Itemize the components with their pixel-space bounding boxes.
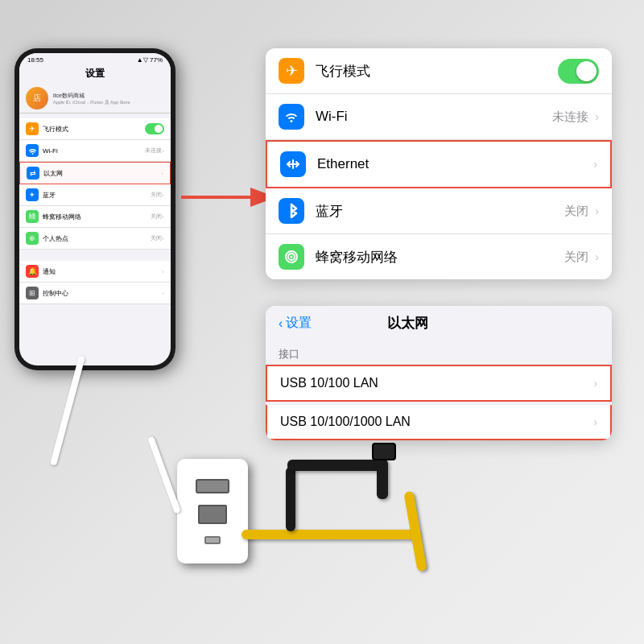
settings-row-wifi[interactable]: Wi-Fi 未连接 › [266,94,612,140]
hotspot-value-phone: 关闭 [151,234,162,242]
phone-row-control[interactable]: ⊞ 控制中心 › [19,283,171,304]
cellular-icon-phone: 蜂 [26,210,39,223]
usb-cable-black-h [287,460,384,471]
phone-row-flight[interactable]: ✈ 飞行模式 [19,118,171,140]
settings-row-flight[interactable]: ✈ 飞行模式 [266,48,612,94]
wifi-label-large: Wi-Fi [316,109,552,125]
back-chevron: ‹ [279,316,283,331]
phone-signal: ▲▽ 77% [137,56,163,64]
wifi-icon [26,144,39,157]
ethernet-icon-large [280,151,306,177]
cellular-icon-large [279,244,304,270]
usb-cable-black-v2 [377,459,388,499]
phone-row-ethernet[interactable]: ⇄ 以太网 › [19,162,171,184]
bluetooth-chevron-large: › [595,204,599,217]
ethernet-panel-title: 以太网 [312,314,503,332]
bluetooth-label-phone: 蓝牙 [43,191,151,200]
phone-section-2: 🔔 通知 › ⊞ 控制中心 › [19,261,171,304]
ethernet-cable-yellow [242,530,419,539]
wifi-value: 未连接 [145,147,162,155]
cellular-chevron-large: › [595,250,599,263]
wifi-value-large: 未连接 [552,109,588,125]
usb100-label: USB 10/100 LAN [280,376,593,390]
ethernet-header: ‹ 设置 以太网 [266,306,612,341]
control-center-label-phone: 控制中心 [43,289,162,298]
phone-screen: 18:55 ▲▽ 77% 设置 店 itce数码商城 Apple ID, iCl… [19,53,171,365]
phone-settings-title: 设置 [19,65,171,84]
notifications-icon-phone: 🔔 [26,265,39,278]
phone-row-wifi[interactable]: Wi-Fi 未连接 › [19,140,171,162]
phone-mockup: 18:55 ▲▽ 77% 设置 店 itce数码商城 Apple ID, iCl… [14,48,175,370]
profile-sub: Apple ID, iCloud，iTunes 及 App Store [53,100,130,105]
flight-mode-label: 飞行模式 [43,125,145,134]
bluetooth-icon-phone: ✦ [26,188,39,201]
control-center-icon-phone: ⊞ [26,287,39,299]
cellular-value-large: 关闭 [564,250,588,265]
ethernet-label-large: Ethernet [317,156,593,172]
flight-mode-icon: ✈ [26,122,39,135]
hotspot-icon-phone: ⊕ [26,232,39,245]
bluetooth-value-large: 关闭 [564,204,588,219]
ethernet-icon-phone: ⇄ [27,167,39,180]
ethernet-row-usb100[interactable]: USB 10/100 LAN › [266,365,612,402]
ethernet-sub-panel: ‹ 设置 以太网 接口 USB 10/100 LAN › USB 10/100/… [266,306,612,440]
flight-mode-label-large: 飞行模式 [316,62,558,80]
usb-cable-black [286,467,295,531]
phone-row-bluetooth[interactable]: ✦ 蓝牙 关闭 › [19,184,171,206]
avatar: 店 [26,87,48,109]
wifi-chevron: › [162,147,164,155]
wifi-icon-large [279,104,304,130]
flight-mode-icon-large: ✈ [279,58,304,84]
svg-point-4 [291,256,293,258]
usb-ethernet-adapter [177,459,248,564]
bluetooth-label-large: 蓝牙 [316,202,564,221]
cellular-label-phone: 蜂窝移动网络 [43,213,151,221]
flight-mode-toggle-large[interactable] [558,59,599,84]
settings-panel: ✈ 飞行模式 Wi-Fi 未连接 › Ethernet › 蓝牙 关闭 [266,48,612,279]
wifi-label: Wi-Fi [43,147,145,155]
ethernet-section-label: 接口 [266,341,612,365]
usb-connector [372,443,396,460]
wifi-chevron-large: › [595,110,599,123]
phone-row-notifications[interactable]: 🔔 通知 › [19,261,171,283]
phone-time: 18:55 [27,56,43,64]
bluetooth-chevron-phone: › [162,192,164,199]
hotspot-label-phone: 个人热点 [43,234,151,243]
bluetooth-value-phone: 关闭 [151,191,162,199]
usb1000-chevron: › [593,415,597,428]
settings-row-ethernet[interactable]: Ethernet › [266,140,612,188]
notifications-label-phone: 通知 [43,267,162,276]
usb100-chevron: › [593,377,597,390]
bluetooth-icon-large [279,198,304,224]
ethernet-chevron-large: › [593,158,597,171]
phone-profile: 店 itce数码商城 Apple ID, iCloud，iTunes 及 App… [19,84,171,114]
cellular-label-large: 蜂窝移动网络 [316,248,564,266]
ethernet-chevron-phone: › [161,170,163,177]
settings-row-cellular[interactable]: 蜂窝移动网络 关闭 › [266,234,612,279]
flight-mode-toggle[interactable] [145,123,164,134]
ethernet-row-usb1000[interactable]: USB 10/100/1000 LAN › [266,405,612,440]
phone-status-bar: 18:55 ▲▽ 77% [19,53,171,65]
phone-settings-list: ✈ 飞行模式 Wi-Fi 未连接 › ⇄ 以太网 › ✦ [19,118,171,250]
ethernet-label-phone: 以太网 [43,169,161,178]
rj45-port [198,505,227,524]
profile-name: itce数码商城 [53,92,130,100]
usb-port [196,479,229,493]
settings-row-bluetooth[interactable]: 蓝牙 关闭 › [266,188,612,234]
lightning-port [204,536,221,544]
cellular-value-phone: 关闭 [151,213,162,221]
phone-row-cellular[interactable]: 蜂 蜂窝移动网络 关闭 › [19,206,171,228]
phone-row-hotspot[interactable]: ⊕ 个人热点 关闭 › [19,228,171,250]
back-label[interactable]: 设置 [286,315,312,332]
usb1000-label: USB 10/100/1000 LAN [280,415,593,429]
